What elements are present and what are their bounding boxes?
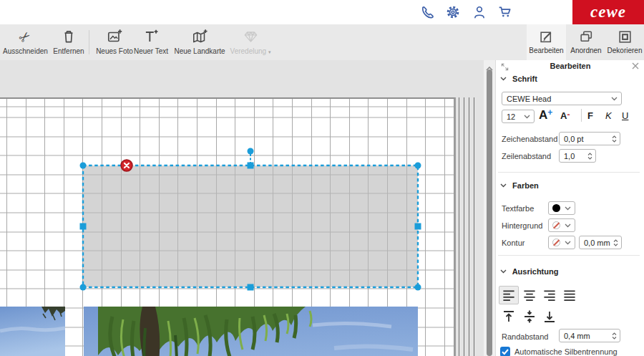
divider (581, 109, 582, 122)
new-map-button[interactable]: Neue Landkarte (172, 26, 228, 59)
new-photo-icon (93, 28, 136, 47)
divider (498, 255, 640, 256)
font-size-increase-button[interactable]: A+ (539, 107, 552, 122)
chevron-down-icon (500, 77, 507, 81)
margin-input[interactable]: 0,4 mm (559, 329, 620, 342)
cewe-logo-text: cewe (590, 3, 626, 21)
resize-handle-top-left[interactable] (80, 163, 87, 169)
section-schrift[interactable]: Schrift (500, 74, 537, 83)
panel-title: Bearbeiten (496, 62, 644, 70)
line-spacing-label: Zeilenabstand (502, 152, 551, 160)
spinner-icon[interactable] (613, 239, 618, 246)
text-color-select[interactable] (548, 201, 575, 215)
valign-top-button[interactable] (499, 307, 519, 326)
background-color-select[interactable] (548, 218, 575, 232)
section-ausrichtung[interactable]: Ausrichtung (500, 267, 558, 276)
tab-bearbeiten[interactable]: Bearbeiten (527, 24, 566, 60)
resize-handle-top[interactable] (248, 163, 254, 169)
resize-handle-right[interactable] (415, 223, 421, 230)
outline-color-label: Kontur (502, 239, 525, 247)
toolbar: ✂ Ausschneiden Entfernen Neues Foto Neue… (0, 24, 644, 61)
align-left-button[interactable] (499, 286, 519, 304)
align-center-button[interactable] (519, 286, 540, 304)
dropdown-caret-icon: ▾ (268, 49, 271, 54)
no-color-swatch (552, 221, 560, 229)
cewe-logo: cewe (572, 0, 644, 24)
scrollbar-thumb[interactable] (487, 69, 492, 356)
chevron-down-icon (565, 206, 571, 211)
font-size-select[interactable]: 12 (502, 110, 535, 123)
chevron-down-icon (524, 115, 530, 119)
align-right-button[interactable] (540, 286, 560, 304)
delete-object-icon[interactable] (121, 160, 132, 171)
valign-bottom-icon (543, 309, 556, 324)
cut-button[interactable]: ✂ Ausschneiden (3, 26, 47, 59)
cewe-editor-window: cewe ✂ Ausschneiden Entfernen Neues Foto… (0, 0, 644, 356)
align-right-icon (543, 289, 556, 302)
hyphenation-checkbox[interactable] (500, 347, 510, 356)
close-panel-icon[interactable] (632, 62, 639, 71)
new-text-button[interactable]: Neuer Text (131, 26, 171, 59)
edit-icon (527, 29, 566, 47)
resize-handle-bottom-right[interactable] (415, 284, 421, 291)
settings-gear-icon[interactable] (446, 5, 460, 19)
account-icon[interactable] (472, 5, 487, 19)
delete-button[interactable]: Entfernen (50, 26, 87, 59)
no-color-swatch (552, 239, 560, 246)
chevron-down-icon (500, 183, 507, 188)
char-spacing-input[interactable]: 0,0 pt (559, 132, 620, 145)
spinner-icon[interactable] (587, 153, 592, 160)
align-center-icon (523, 289, 536, 302)
chevron-down-icon (500, 269, 507, 274)
font-size-decrease-button[interactable]: A- (560, 110, 570, 121)
scissors-icon: ✂ (3, 28, 47, 47)
black-color-swatch (552, 204, 560, 212)
check-icon (500, 347, 510, 356)
section-farben[interactable]: Farben (500, 181, 539, 190)
char-spacing-label: Zeichenabstand (502, 135, 557, 143)
selection-overlay (0, 60, 484, 356)
bold-button[interactable]: F (587, 110, 593, 121)
selected-textbox[interactable] (83, 165, 418, 287)
background-color-label: Hintergrund (502, 221, 542, 230)
embellishment-button: Veredelung ▾ (228, 26, 273, 59)
spinner-icon[interactable] (612, 135, 617, 143)
resize-handle-left[interactable] (80, 223, 87, 230)
new-photo-button[interactable]: Neues Foto (93, 26, 136, 59)
align-left-icon (502, 289, 515, 302)
arrange-icon (567, 29, 605, 47)
valign-top-icon (502, 309, 515, 324)
vertical-scrollbar[interactable] (484, 60, 495, 356)
cart-icon[interactable] (498, 5, 512, 19)
valign-center-icon (523, 309, 536, 324)
italic-button[interactable]: K (605, 110, 612, 121)
valign-center-button[interactable] (519, 307, 540, 326)
margin-label: Randabstand (502, 332, 548, 341)
toolbar-divider (89, 30, 89, 54)
decorate-icon (605, 29, 644, 47)
font-family-select[interactable]: CEWE Head (502, 92, 622, 105)
new-text-icon (131, 28, 171, 47)
chevron-down-icon (565, 223, 571, 228)
rotate-handle[interactable] (248, 148, 254, 155)
edit-panel: Bearbeiten Schrift CEWE Head 12 A+ A- F … (495, 60, 644, 356)
line-spacing-input[interactable]: 1,0 (559, 149, 596, 163)
chevron-down-icon (611, 97, 618, 101)
phone-icon[interactable] (420, 5, 434, 19)
text-color-label: Textfarbe (502, 204, 534, 213)
underline-button[interactable]: U (622, 110, 628, 121)
outline-color-select[interactable] (548, 236, 575, 249)
top-bar: cewe (0, 0, 644, 24)
outline-width-input[interactable]: 0,0 mm (579, 236, 622, 249)
resize-handle-bottom-left[interactable] (80, 284, 87, 291)
align-justify-button[interactable] (560, 286, 580, 304)
resize-handle-top-right[interactable] (415, 163, 421, 169)
tab-anordnen[interactable]: Anordnen (567, 24, 605, 60)
tab-dekorieren[interactable]: Dekorieren (605, 24, 644, 60)
align-justify-icon (563, 289, 576, 302)
trash-icon (50, 28, 87, 47)
valign-bottom-button[interactable] (540, 307, 560, 326)
canvas-workspace (0, 60, 484, 356)
resize-handle-bottom[interactable] (248, 284, 254, 291)
spinner-icon[interactable] (612, 332, 617, 340)
